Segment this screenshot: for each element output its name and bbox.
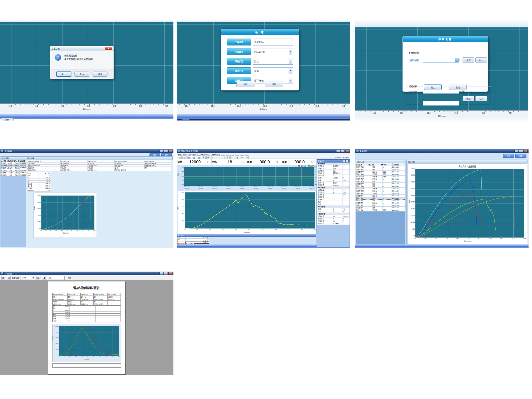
toolbar-icon[interactable]: ⊙ xyxy=(245,155,249,159)
zoom-select[interactable]: 100% xyxy=(20,276,35,280)
taskbar-item[interactable] xyxy=(182,119,189,120)
chevron-down-icon[interactable] xyxy=(289,49,292,55)
table-row[interactable]: 测试文件21 撕裂 1 2016/1/16 xyxy=(356,168,405,171)
write-button[interactable]: 写入 xyxy=(475,57,487,63)
param-row[interactable]: 牌 号 xyxy=(317,203,350,206)
splitter[interactable] xyxy=(405,160,407,247)
titlebar[interactable]: 湿热试验机测试系统 xyxy=(177,149,350,153)
toolbar-icon[interactable]: ▥ xyxy=(182,155,186,159)
pin-icon[interactable] xyxy=(343,160,346,162)
minimize-button[interactable] xyxy=(159,150,163,152)
close-preview-button[interactable]: 关闭 xyxy=(68,276,71,279)
no-button[interactable]: 否(N) xyxy=(74,72,89,77)
minimize-button[interactable] xyxy=(336,150,340,152)
printer-icon[interactable]: ▣ xyxy=(1,276,5,280)
table-row[interactable]: 测试文件3 拉伸 田福真 2016/5/26 xyxy=(1,169,26,172)
param-row[interactable]: 试样厚度 1 mm xyxy=(317,194,350,196)
param-row[interactable]: 测试方法 拉伸 xyxy=(317,167,350,170)
toolbar-icon[interactable]: ✱ xyxy=(202,155,206,159)
next-page-icon[interactable]: ◨ xyxy=(42,276,46,280)
table-row[interactable]: 测试文件12 定负荷 1 2016/1/14 xyxy=(356,190,405,192)
page-setup-icon[interactable]: ▤ xyxy=(7,276,11,280)
toolbar-icon[interactable]: ◔ xyxy=(235,155,239,159)
chevron-down-icon[interactable] xyxy=(289,58,292,64)
param-row[interactable]: 控制参数 xyxy=(317,213,350,215)
param-panel-header[interactable]: 测试参数 xyxy=(317,159,350,163)
table-row[interactable]: 测试文件20 定负荷 小田 2016/1/16 xyxy=(356,171,405,173)
toolbar-icon[interactable]: ▧ xyxy=(192,155,196,159)
param-row[interactable]: 夹 距 50 mm xyxy=(317,179,350,182)
table-row[interactable]: 测试文件6 拉伸 1 2016/1/14 xyxy=(356,200,405,202)
table-row[interactable]: 测试文件14 撕裂 1 2016/1/14 xyxy=(356,185,405,188)
param-row[interactable]: 门槛力值 500 N xyxy=(317,220,350,222)
column-header[interactable]: 文件名称 xyxy=(1,160,7,162)
close-button[interactable] xyxy=(523,150,527,152)
table-row[interactable]: 测试文件17 定负荷 1 2016/1/15 xyxy=(356,178,405,180)
cancel-button[interactable]: 取消 xyxy=(93,72,107,77)
read-button[interactable]: 读取 xyxy=(463,57,474,63)
table-row[interactable]: 测试文件15 撕裂 1 2016/1/14 xyxy=(356,183,405,185)
param-row[interactable]: 样品编号 xyxy=(317,198,350,201)
param-row[interactable]: 样品名称 xyxy=(317,196,350,198)
table-row[interactable]: 测试文件11 定负荷 1 2016/1/14 xyxy=(356,192,405,195)
param-row[interactable]: 试样长度 50 mm xyxy=(317,189,350,191)
column-header[interactable]: 操作人员 xyxy=(380,163,393,166)
column-header[interactable]: 试验日期 xyxy=(393,163,405,166)
table-row[interactable]: 测试文件22 拉伸 1 2016/1/21 xyxy=(356,166,405,168)
table-row[interactable]: 测试文件4_强拉 拉伸 田福真 2016/5/26 xyxy=(1,167,26,169)
param-row[interactable]: 试样类型 默认 xyxy=(317,170,350,172)
param-row[interactable]: 试样参数 xyxy=(317,186,350,189)
chart-tab[interactable]: 曲线图 xyxy=(1,118,14,120)
table-row[interactable]: 测试文件16 拉伸 1 2016/1/15 xyxy=(356,180,405,183)
print-button[interactable]: 打印 xyxy=(503,154,514,158)
close-icon[interactable] xyxy=(346,160,348,162)
cancel-button[interactable]: 取消 xyxy=(449,85,467,90)
ok-button[interactable]: 确定 xyxy=(424,85,442,90)
maximize-button[interactable] xyxy=(519,150,523,152)
param-row[interactable]: 测试速度 100 mm/min xyxy=(317,215,350,218)
param-row[interactable]: 环境参数 xyxy=(317,206,350,208)
column-header[interactable]: 操作人员 xyxy=(14,160,20,162)
table-row[interactable]: 测试文件2 拉伸 1 2016/1/14 xyxy=(356,207,405,209)
close-button[interactable] xyxy=(168,150,172,152)
table-row[interactable]: 测试文件3 拉伸 1 2016/1/14 xyxy=(356,204,405,207)
toolbar-icon[interactable]: ‖ xyxy=(226,155,230,159)
dialog-titlebar[interactable]: 信息提示 xyxy=(50,46,114,51)
maximize-button[interactable] xyxy=(164,272,168,275)
table-row[interactable]: 测试文件8 拉伸 1 2016/1/14 xyxy=(356,197,405,200)
toolbar-icon[interactable]: ⊕ xyxy=(240,155,244,159)
toolbar-icon[interactable]: ↓ xyxy=(221,155,225,159)
confirm-button[interactable]: 确认 xyxy=(236,81,255,87)
toolbar-icon[interactable]: ▶ xyxy=(206,155,210,159)
table-row[interactable]: 测试文件4_小田 拉伸 田福真 2016/5/26 xyxy=(1,164,26,167)
chevron-down-icon[interactable] xyxy=(289,68,292,74)
column-header[interactable]: 测试方法 xyxy=(7,160,14,162)
param-row[interactable]: 操作人员 田福真 xyxy=(317,182,350,184)
dropdown[interactable]: 拉伸 xyxy=(253,67,293,74)
column-header[interactable]: 文件名称 xyxy=(356,163,368,166)
table-row[interactable]: 测试文件2 定负荷 田福真 2016/5/27 xyxy=(1,172,26,174)
table-row[interactable]: 测试文件19 定负荷 小田 2016/1/15 xyxy=(356,173,405,176)
param-row[interactable]: 夹持方式 强力夹持 xyxy=(317,222,350,225)
toolbar-icon[interactable]: ↑ xyxy=(216,155,220,159)
toolbar-icon[interactable]: ↻ xyxy=(211,155,215,159)
close-button[interactable] xyxy=(345,150,349,152)
param-row[interactable]: 温 度 30 ℃ xyxy=(317,208,350,210)
table-row[interactable]: 测试文件9 定负荷 1 2016/1/14 xyxy=(356,195,405,197)
chevron-down-icon[interactable] xyxy=(32,276,35,279)
param-row[interactable]: 试验日期 2016/5/26 xyxy=(317,184,350,186)
back-button[interactable]: 返回 xyxy=(265,81,283,87)
column-header[interactable]: 试验日期 xyxy=(20,160,26,162)
gap-input[interactable] xyxy=(423,101,459,106)
toolbar-icon[interactable]: ↺ xyxy=(230,155,234,159)
page-number-field[interactable]: 1/1 xyxy=(47,276,65,280)
close-button[interactable] xyxy=(168,272,172,275)
dropdown[interactable]: 国际单位制 xyxy=(253,48,293,55)
param-row[interactable]: 预加拉力 0 N xyxy=(317,218,350,220)
table-row[interactable]: 测试文件18 定负荷 小田 2016/1/15 xyxy=(356,176,405,178)
chevron-down-icon[interactable] xyxy=(455,58,459,62)
table-row[interactable]: 测试文件5 定负荷 1 2016/1/14 xyxy=(356,202,405,204)
toolbar-icon[interactable]: ▨ xyxy=(197,155,201,159)
param-row[interactable]: 量 程 100000 N xyxy=(317,177,350,179)
column-header[interactable]: 测试方法 xyxy=(368,163,380,166)
